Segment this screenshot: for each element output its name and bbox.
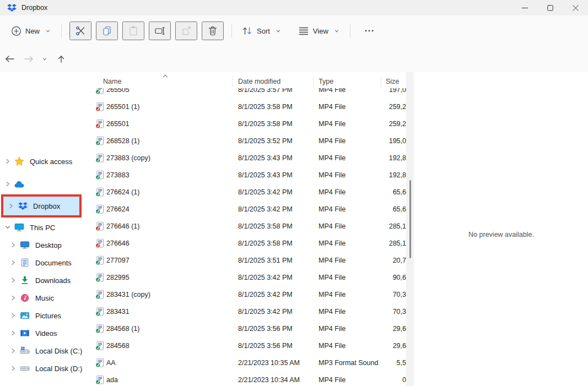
file-date-modified: 8/1/2025 3:42 PM <box>238 205 293 213</box>
table-row[interactable]: 2655018/1/2025 3:58 PMMP4 File259,2 <box>88 115 414 132</box>
file-date-modified: 8/1/2025 3:57 PM <box>238 88 293 94</box>
sidebar-item-quick-access[interactable]: Quick access <box>0 154 83 169</box>
paste-button <box>122 21 144 40</box>
navigation-bar: › Dropbox › <box>0 46 588 72</box>
chevron-right-icon[interactable] <box>10 347 17 355</box>
view-icon <box>298 26 309 35</box>
file-size: 285,1 <box>389 240 406 247</box>
more-options-button[interactable] <box>359 22 379 40</box>
file-type: MP4 File <box>319 88 346 94</box>
toolbar-divider <box>231 24 232 38</box>
sidebar-item-label: Local Disk (D:) <box>35 365 82 373</box>
chevron-right-icon[interactable] <box>10 259 17 267</box>
table-row[interactable]: ada2/21/2023 10:34 AMMP4 File0 <box>88 371 414 386</box>
view-button[interactable]: View <box>294 23 344 39</box>
file-date-modified: 8/1/2025 3:58 PM <box>238 120 293 128</box>
file-list-pane: Name Date modified Type Size 2655058/1/2… <box>88 72 414 386</box>
cut-button[interactable] <box>69 21 91 40</box>
table-row[interactable]: 2766468/1/2025 3:58 PMMP4 File285,1 <box>88 235 414 252</box>
delete-button[interactable] <box>202 21 224 40</box>
sidebar-item-downloads[interactable]: Downloads <box>0 273 83 288</box>
sidebar-item-dropbox[interactable]: Dropbox <box>1 194 82 218</box>
column-divider[interactable] <box>313 77 314 88</box>
file-type: MP4 File <box>319 205 346 213</box>
chevron-right-icon[interactable] <box>10 329 17 337</box>
vertical-scrollbar[interactable] <box>406 72 414 386</box>
column-header-date-modified[interactable]: Date modified <box>238 78 280 85</box>
chevron-down-icon <box>333 28 340 34</box>
chevron-right-icon[interactable] <box>8 202 14 210</box>
table-row[interactable]: 284568 (1)8/1/2025 3:56 PMMP4 File29,6 <box>88 320 414 337</box>
sidebar-item-label: Local Disk (C:) <box>35 347 82 355</box>
chevron-right-icon[interactable] <box>10 276 17 284</box>
file-size: 0 <box>402 376 406 384</box>
sort-icon <box>242 26 253 36</box>
chevron-right-icon[interactable] <box>10 365 17 372</box>
table-row[interactable]: 2845688/1/2025 3:56 PMMP4 File29,6 <box>88 337 414 354</box>
chevron-right-icon[interactable] <box>10 241 17 249</box>
share-button <box>175 21 197 40</box>
close-button[interactable] <box>563 0 588 15</box>
new-button[interactable]: New <box>7 23 56 40</box>
table-row[interactable]: 2829958/1/2025 3:42 PMMP4 File90,6 <box>88 269 414 286</box>
star-icon <box>14 156 24 166</box>
recent-locations-button[interactable] <box>38 51 51 67</box>
title-bar: Dropbox <box>0 0 588 15</box>
file-date-modified: 8/1/2025 3:52 PM <box>238 137 293 145</box>
table-row[interactable]: 2738838/1/2025 3:43 PMMP4 File192,8 <box>88 166 414 183</box>
sidebar-item-pictures[interactable]: Pictures <box>0 308 83 323</box>
column-header-type[interactable]: Type <box>319 78 333 85</box>
chevron-right-icon[interactable] <box>10 294 17 302</box>
sidebar-item-this-pc[interactable]: This PC <box>0 220 83 235</box>
chevron-right-icon[interactable] <box>10 312 17 319</box>
sidebar-item-network[interactable]: Network <box>0 383 83 386</box>
table-row[interactable]: AA2/21/2023 10:35 AMMP3 Format Sound5,5 <box>88 354 414 371</box>
table-row[interactable]: 268528 (1)8/1/2025 3:52 PMMP4 File195,0 <box>88 132 414 149</box>
sidebar-item-documents[interactable]: Documents <box>0 255 83 270</box>
up-button[interactable] <box>53 51 69 67</box>
file-name: 283431 <box>106 308 130 316</box>
file-name: 276646 <box>106 240 130 247</box>
column-divider[interactable] <box>232 77 233 88</box>
table-row[interactable]: 283431 (copy)8/1/2025 3:42 PMMP4 File70,… <box>88 286 414 303</box>
column-header-name[interactable]: Name <box>103 78 121 85</box>
sidebar-item-onedrive[interactable] <box>0 176 83 192</box>
mp4-file-icon <box>95 324 104 333</box>
forward-button[interactable] <box>21 51 36 67</box>
chevron-down-icon[interactable] <box>4 224 11 231</box>
table-row[interactable]: 265501 (1)8/1/2025 3:58 PMMP4 File259,2 <box>88 98 414 115</box>
sidebar-item-music[interactable]: Music <box>0 290 83 306</box>
mp4-file-icon <box>95 119 104 128</box>
mp4-file-icon <box>95 238 104 248</box>
file-size: 192,8 <box>389 154 406 162</box>
chevron-right-icon[interactable] <box>4 180 11 188</box>
file-type: MP4 File <box>319 308 346 316</box>
back-button[interactable] <box>2 51 18 67</box>
table-row[interactable]: 2766248/1/2025 3:42 PMMP4 File65,6 <box>88 200 414 218</box>
maximize-button[interactable] <box>537 0 563 15</box>
table-row[interactable]: 2655058/1/2025 3:57 PMMP4 File197,0 <box>88 88 414 98</box>
sidebar-item-videos[interactable]: Videos <box>0 325 83 341</box>
file-size: 192,8 <box>389 171 406 179</box>
sidebar-item-label: Music <box>35 294 54 302</box>
table-row[interactable]: 276624 (1)8/1/2025 3:42 PMMP4 File65,6 <box>88 183 414 200</box>
column-header-size[interactable]: Size <box>386 78 399 85</box>
scrollbar-thumb[interactable] <box>409 180 411 258</box>
sort-button[interactable]: Sort <box>238 23 286 39</box>
table-row[interactable]: 273883 (copy)8/1/2025 3:43 PMMP4 File192… <box>88 149 414 166</box>
sidebar-item-desktop[interactable]: Desktop <box>0 237 83 253</box>
minimize-button[interactable] <box>512 0 537 15</box>
file-type: MP4 File <box>319 188 346 196</box>
rename-icon <box>154 25 165 36</box>
column-divider[interactable] <box>381 77 381 88</box>
table-row[interactable]: 2834318/1/2025 3:42 PMMP4 File70,3 <box>88 303 414 320</box>
table-row[interactable]: 2770978/1/2025 3:51 PMMP4 File20,7 <box>88 252 414 269</box>
file-name: 265501 <box>106 120 130 128</box>
file-size: 259,2 <box>389 103 406 111</box>
sidebar-item-local-disk-c[interactable]: Local Disk (C:) <box>0 343 83 358</box>
rename-button[interactable] <box>149 21 171 40</box>
table-row[interactable]: 276646 (1)8/1/2025 3:58 PMMP4 File285,1 <box>88 218 414 235</box>
sidebar-item-local-disk-d[interactable]: Local Disk (D:) <box>0 361 83 376</box>
chevron-right-icon[interactable] <box>4 157 11 165</box>
copy-button[interactable] <box>96 21 118 40</box>
